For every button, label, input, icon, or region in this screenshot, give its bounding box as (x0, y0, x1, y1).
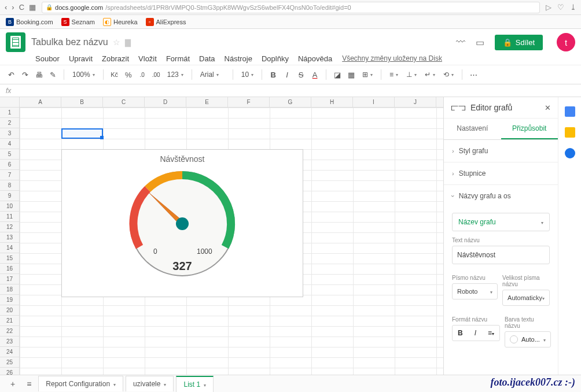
strike-icon[interactable]: S (296, 69, 306, 80)
dec-increase-button[interactable]: .00 (151, 69, 161, 80)
row-header[interactable]: 17 (0, 274, 19, 284)
download-icon[interactable]: ⤓ (570, 3, 576, 12)
row-header[interactable]: 20 (0, 305, 19, 316)
row-header[interactable]: 22 (0, 326, 19, 336)
row-header[interactable]: 26 (0, 368, 19, 375)
italic-icon[interactable]: I (282, 69, 292, 80)
more-icon[interactable]: ⋯ (468, 69, 479, 80)
selected-cell[interactable] (61, 128, 103, 139)
explore-icon[interactable]: 〰 (456, 37, 465, 47)
url-bar[interactable]: 🔒 docs.google.com/spreadsheets/d/1PR8rVi… (42, 2, 540, 13)
nav-forward-icon[interactable]: › (12, 3, 14, 12)
column-header[interactable]: F (228, 97, 270, 107)
percent-button[interactable]: % (123, 69, 134, 80)
fill-color-icon[interactable]: ◪ (332, 69, 343, 80)
column-header[interactable]: J (395, 97, 436, 107)
title-text-input[interactable] (452, 246, 550, 264)
select-all-corner[interactable] (0, 97, 20, 107)
column-header[interactable]: I (353, 97, 395, 107)
valign-dropdown[interactable]: ⊥ (404, 71, 419, 79)
paint-format-icon[interactable]: ✎ (47, 69, 58, 80)
section-scale[interactable]: › Stupnice (444, 162, 558, 185)
row-header[interactable]: 12 (0, 222, 19, 232)
all-sheets-button[interactable]: ≡ (22, 376, 36, 391)
row-header[interactable]: 6 (0, 160, 19, 170)
row-header[interactable]: 19 (0, 295, 19, 305)
row-header[interactable]: 3 (0, 128, 19, 139)
title-color-dropdown[interactable]: Auto... (505, 331, 551, 347)
column-header[interactable]: B (61, 97, 103, 107)
bookmark-seznam[interactable]: SSeznam (61, 18, 95, 26)
nav-reload-icon[interactable]: C (19, 3, 24, 12)
spreadsheet-area[interactable]: ABCDEFGHIJ 12345678910111213141516171819… (0, 97, 443, 375)
nav-back-icon[interactable]: ‹ (5, 3, 7, 12)
column-header[interactable]: D (145, 97, 186, 107)
row-header[interactable]: 18 (0, 284, 19, 295)
rotate-dropdown[interactable]: ⟲ (441, 71, 456, 79)
row-header[interactable]: 24 (0, 347, 19, 357)
doc-title[interactable]: Tabulka bez názvu (31, 37, 108, 47)
share-button[interactable]: 🔒 Sdílet (495, 35, 543, 50)
sheet-tab-uzivatele[interactable]: uzivatele (126, 376, 174, 391)
row-header[interactable]: 11 (0, 212, 19, 222)
redo-icon[interactable]: ↷ (20, 69, 30, 80)
row-header[interactable]: 1 (0, 108, 19, 118)
send-icon[interactable]: ▷ (546, 3, 551, 12)
row-header[interactable]: 7 (0, 170, 19, 180)
row-header[interactable]: 15 (0, 253, 19, 264)
title-font-dropdown[interactable]: Roboto (452, 283, 498, 299)
row-header[interactable]: 21 (0, 316, 19, 326)
menu-help[interactable]: Nápověda (294, 53, 336, 64)
row-header[interactable]: 8 (0, 180, 19, 191)
comment-icon[interactable]: ▭ (476, 37, 484, 48)
menu-insert[interactable]: Vložit (134, 53, 161, 64)
column-header[interactable]: C (103, 97, 145, 107)
row-header[interactable]: 25 (0, 357, 19, 368)
bold-icon[interactable]: B (268, 69, 278, 80)
column-header[interactable]: E (186, 97, 228, 107)
row-header[interactable]: 23 (0, 336, 19, 347)
row-header[interactable]: 4 (0, 139, 19, 149)
dec-decrease-button[interactable]: .0 (137, 69, 148, 80)
add-sheet-button[interactable]: + (6, 376, 20, 391)
column-header[interactable]: A (20, 97, 61, 107)
font-size-dropdown[interactable]: 10 (239, 71, 256, 79)
menu-view[interactable]: Zobrazit (98, 53, 133, 64)
menu-file[interactable]: Soubor (31, 53, 64, 64)
number-format-dropdown[interactable]: 123 (165, 71, 186, 79)
save-status[interactable]: Všechny změny uloženy na Disk (342, 54, 442, 62)
row-header[interactable]: 2 (0, 118, 19, 128)
menu-tools[interactable]: Nástroje (220, 53, 256, 64)
borders-icon[interactable]: ▦ (346, 69, 356, 80)
tab-customize[interactable]: Přizpůsobit (501, 119, 558, 139)
star-icon[interactable]: ☆ (113, 38, 120, 47)
sheets-logo-icon[interactable] (6, 32, 25, 52)
section-chart-style[interactable]: › Styl grafu (444, 140, 558, 162)
italic-button[interactable]: I (469, 326, 481, 341)
print-icon[interactable]: 🖶 (34, 69, 44, 80)
cells-area[interactable]: Návštěvnost (20, 108, 443, 375)
row-header[interactable]: 10 (0, 201, 19, 212)
font-dropdown[interactable]: Arial (198, 71, 227, 79)
keep-icon[interactable] (565, 127, 575, 138)
sheet-tab-report[interactable]: Report Configuration (38, 376, 123, 391)
row-header[interactable]: 14 (0, 243, 19, 253)
row-header[interactable]: 16 (0, 264, 19, 274)
bookmark-aliexpress[interactable]: ▫AliExpress (146, 18, 186, 26)
text-color-icon[interactable]: A (310, 69, 320, 80)
tasks-icon[interactable] (565, 148, 575, 158)
menu-addons[interactable]: Doplňky (258, 53, 293, 64)
bookmark-heureka[interactable]: ◐Heureka (103, 18, 138, 26)
calendar-icon[interactable] (565, 106, 575, 117)
title-size-dropdown[interactable]: Automaticky (502, 290, 550, 306)
bold-button[interactable]: B (453, 326, 468, 341)
section-titles[interactable]: › Názvy grafu a os (444, 185, 558, 207)
user-avatar[interactable]: t (557, 33, 575, 51)
menu-data[interactable]: Data (195, 53, 219, 64)
currency-button[interactable]: Kč (109, 69, 120, 80)
bookmark-booking[interactable]: BBooking.com (6, 18, 53, 26)
formula-bar[interactable]: fx (0, 84, 581, 97)
row-header[interactable]: 13 (0, 232, 19, 243)
undo-icon[interactable]: ↶ (6, 69, 16, 80)
menu-format[interactable]: Formát (162, 53, 194, 64)
